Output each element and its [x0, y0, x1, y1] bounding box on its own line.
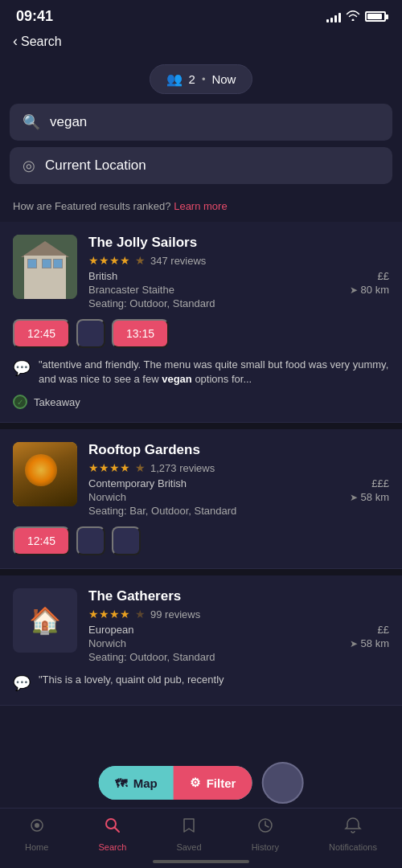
price-gatherers: ££: [378, 624, 389, 636]
time-slot-1245[interactable]: 12:45: [13, 319, 70, 348]
seating-gatherers: Seating: Outdoor, Standard: [88, 651, 389, 663]
featured-question: How are Featured results ranked?: [13, 200, 171, 212]
speech-icon: 💬: [13, 359, 31, 377]
time-slot-rooftop-empty1[interactable]: [76, 526, 105, 555]
tab-saved[interactable]: Saved: [168, 817, 209, 852]
back-bar: ‹ Search: [0, 30, 402, 58]
map-button[interactable]: 🗺 Map: [99, 766, 174, 800]
review-count: 347 reviews: [150, 255, 206, 267]
group-icon: 👥: [166, 72, 183, 87]
tab-home-label: Home: [25, 842, 48, 852]
restaurant-name: The Jolly Sailors: [88, 235, 389, 251]
restaurant-card-gatherers[interactable]: 🏠 The Gatherers ★★★★ ★ 99 reviews Europe…: [0, 575, 402, 706]
review-snippet: 💬 "attentive and friendly. The menu was …: [13, 358, 389, 387]
card-info-rooftop: Rooftop Gardens ★★★★ ★ 1,273 reviews Con…: [88, 442, 389, 517]
location-bar-wrap: ◎ Current Location: [0, 147, 402, 194]
half-star-rooftop: ★: [135, 461, 146, 474]
star-rating-rooftop: ★★★★: [88, 461, 130, 474]
time-slots-rooftop: 12:45: [13, 526, 389, 555]
restaurant-image-gatherers: 🏠: [13, 588, 77, 653]
cuisine-gatherers: European: [88, 624, 133, 636]
card-top-gatherers: 🏠 The Gatherers ★★★★ ★ 99 reviews Europe…: [13, 588, 389, 663]
card-divider: [0, 423, 402, 429]
restaurant-image-jolly-sailors: [13, 235, 77, 299]
time-slot-empty1[interactable]: [76, 319, 105, 348]
card-top: The Jolly Sailors ★★★★ ★ 347 reviews Bri…: [13, 235, 389, 309]
time-slot-rooftop-empty2[interactable]: [112, 526, 141, 555]
cuisine-row: British ££: [88, 270, 389, 282]
tab-notifications[interactable]: Notifications: [321, 817, 385, 852]
restaurant-card-jolly-sailors[interactable]: The Jolly Sailors ★★★★ ★ 347 reviews Bri…: [0, 222, 402, 423]
cuisine-row-gatherers: European ££: [88, 624, 389, 636]
tab-home[interactable]: Home: [17, 817, 56, 852]
empty-star-gatherers: ★: [135, 608, 146, 620]
takeaway-label: Takeaway: [34, 396, 80, 408]
featured-info: How are Featured results ranked? Learn m…: [0, 194, 402, 222]
back-label: Search: [21, 35, 62, 49]
svg-point-0: [35, 823, 39, 828]
card-top-rooftop: Rooftop Gardens ★★★★ ★ 1,273 reviews Con…: [13, 442, 389, 517]
rating-row-gatherers: ★★★★ ★ 99 reviews: [88, 608, 389, 620]
location-bar[interactable]: ◎ Current Location: [10, 147, 392, 184]
restaurant-name-rooftop: Rooftop Gardens: [88, 442, 389, 458]
search-query: vegan: [50, 114, 87, 130]
bottom-actions: 🗺 Map ⚙ Filter: [99, 762, 304, 804]
review-text-gatherers: "This is a lovely, quaint old pub, recen…: [39, 673, 224, 687]
review-snippet-gatherers: 💬 "This is a lovely, quaint old pub, rec…: [13, 673, 389, 692]
restaurant-name-gatherers: The Gatherers: [88, 588, 389, 604]
rating-row: ★★★★ ★ 347 reviews: [88, 254, 389, 267]
signal-icon: [326, 11, 341, 23]
tab-bar: Home Search Saved History: [0, 808, 402, 868]
rating-row-rooftop: ★★★★ ★ 1,273 reviews: [88, 461, 389, 474]
tab-history[interactable]: History: [244, 817, 287, 852]
filter-button[interactable]: ⚙ Filter: [174, 766, 252, 800]
seating-rooftop: Seating: Bar, Outdoor, Standard: [88, 505, 389, 517]
distance-gatherers: ➤ 58 km: [350, 637, 389, 649]
back-arrow-icon: ‹: [13, 33, 18, 50]
location-row-rooftop: Norwich ➤ 58 km: [88, 491, 389, 503]
history-tab-icon: [256, 817, 274, 839]
restaurant-location: Brancaster Staithe: [88, 284, 174, 296]
restaurant-card-rooftop-gardens[interactable]: Rooftop Gardens ★★★★ ★ 1,273 reviews Con…: [0, 429, 402, 569]
direction-icon-gatherers: ➤: [350, 638, 358, 649]
distance: ➤ 80 km: [350, 284, 389, 296]
user-avatar[interactable]: [261, 762, 303, 804]
takeaway-badge: ✓ Takeaway: [13, 395, 389, 409]
tab-search[interactable]: Search: [90, 817, 134, 852]
search-bar[interactable]: 🔍 vegan: [10, 104, 392, 141]
cuisine-rooftop: Contemporary British: [88, 477, 187, 489]
tab-search-label: Search: [98, 842, 126, 852]
time-slot-1315[interactable]: 13:15: [112, 319, 169, 348]
scroll-area: The Jolly Sailors ★★★★ ★ 347 reviews Bri…: [0, 222, 402, 834]
tab-saved-label: Saved: [176, 842, 201, 852]
card-info: The Jolly Sailors ★★★★ ★ 347 reviews Bri…: [88, 235, 389, 309]
location-icon: ◎: [23, 157, 35, 174]
card-info-gatherers: The Gatherers ★★★★ ★ 99 reviews European…: [88, 588, 389, 663]
time-slots: 12:45 13:15: [13, 319, 389, 348]
building-placeholder-icon: 🏠: [29, 605, 61, 636]
restaurant-image-rooftop: [13, 442, 77, 506]
time-slot-rooftop-1245[interactable]: 12:45: [13, 526, 70, 555]
group-time: Now: [211, 72, 236, 86]
home-indicator: [153, 860, 249, 863]
dot-separator: •: [202, 73, 206, 85]
svg-line-3: [114, 828, 119, 833]
group-count: 2: [189, 72, 195, 86]
tab-history-label: History: [252, 842, 279, 852]
back-button[interactable]: ‹ Search: [13, 33, 62, 50]
group-selector[interactable]: 👥 2 • Now: [150, 64, 253, 94]
price: ££: [378, 270, 389, 282]
battery-icon: [365, 11, 386, 22]
cuisine: British: [88, 270, 117, 282]
learn-more-link[interactable]: Learn more: [174, 200, 227, 212]
direction-icon: ➤: [350, 285, 358, 296]
notifications-tab-icon: [344, 817, 362, 839]
map-label: Map: [133, 776, 158, 790]
restaurant-location-rooftop: Norwich: [88, 491, 126, 503]
star-rating-gatherers: ★★★★: [88, 608, 130, 620]
review-bold-vegan: vegan: [162, 373, 192, 385]
search-icon: 🔍: [23, 113, 40, 131]
direction-icon-rooftop: ➤: [350, 492, 358, 503]
group-selector-area: 👥 2 • Now: [0, 58, 402, 104]
status-bar: 09:41: [0, 0, 402, 30]
